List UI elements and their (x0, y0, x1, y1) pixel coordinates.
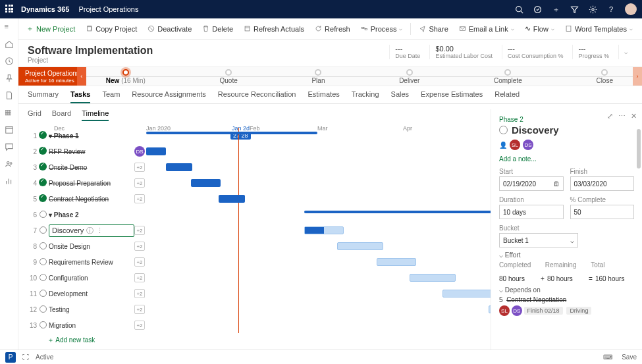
tab-summary[interactable]: Summary (28, 90, 59, 103)
copy-project-button[interactable]: Copy Project (82, 23, 141, 35)
svg-point-7 (10, 163, 12, 165)
view-grid[interactable]: Grid (28, 109, 41, 121)
bpf-bar: Project Operations Active for 16 minutes… (18, 66, 642, 86)
expand-all-icon[interactable]: ⛶ (22, 353, 29, 361)
start-date-input[interactable]: 02/19/2020🗓 (499, 176, 564, 191)
task-icon[interactable] (533, 5, 542, 14)
add-icon[interactable]: ＋ (551, 5, 560, 14)
pin-icon[interactable] (5, 74, 14, 83)
view-timeline[interactable]: Timeline (82, 109, 109, 121)
tab-tracking[interactable]: Tracking (352, 90, 379, 103)
tab-team[interactable]: Team (102, 90, 120, 103)
bpf-back-icon[interactable]: ‹ (77, 67, 86, 86)
bpf-flag[interactable]: Project Operations Active for 16 minutes… (18, 67, 86, 86)
chevron-down-icon: ⌵ (570, 237, 574, 244)
panel-title: Discovery (499, 124, 634, 136)
save-button[interactable]: Save (622, 353, 637, 361)
file-icon[interactable] (5, 91, 14, 100)
task-row[interactable]: 7Discoveryⓘ⋮+2 (28, 222, 491, 238)
stage-complete[interactable]: Complete (494, 69, 522, 84)
task-row[interactable]: 9Requirements Review+2 (28, 254, 491, 270)
app-badge[interactable]: P (5, 352, 16, 363)
task-rows: 1▾ Phase 12RFP ReviewDS3Onsite Demo+24Pr… (28, 128, 491, 333)
tab-estimates[interactable]: Estimates (308, 90, 339, 103)
effort-total-input[interactable]: 160 hours (595, 275, 634, 282)
stage-quote[interactable]: Quote (220, 69, 238, 84)
assignee-list[interactable]: 👤 SL DS (499, 140, 634, 150)
tab-expense-estimates[interactable]: Expense Estimates (421, 90, 483, 103)
site-rail: ≡ ▦ (0, 18, 18, 350)
task-row[interactable]: 12Testing+2 (28, 301, 491, 317)
panel-scrollbar[interactable] (637, 109, 641, 350)
refresh-actuals-button[interactable]: Refresh Actuals (240, 23, 308, 35)
finish-date-input[interactable]: 03/03/2020 (570, 176, 635, 191)
status-bar: P ⛶ Active ⌨ Save (0, 350, 642, 364)
tab-sales[interactable]: Sales (391, 90, 410, 103)
filter-icon[interactable] (570, 5, 579, 14)
close-icon[interactable]: ✕ (631, 112, 637, 120)
tab-tasks[interactable]: Tasks (70, 90, 90, 103)
new-project-button[interactable]: ＋ New Project (22, 22, 79, 36)
svg-rect-11 (361, 27, 363, 28)
search-icon[interactable] (514, 5, 523, 14)
status-active: Active (36, 353, 53, 361)
group-icon[interactable] (5, 159, 14, 169)
help-icon[interactable]: ? (606, 5, 616, 14)
form-tabs: Summary Tasks Team Resource Assignments … (18, 86, 642, 104)
stage-deliver[interactable]: Deliver (399, 69, 419, 84)
flow-button[interactable]: ∿ Flow⌵ (521, 22, 558, 35)
home-icon[interactable] (5, 39, 14, 49)
record-header: Software Implementation Project ---Due D… (18, 39, 642, 66)
svg-rect-8 (88, 27, 92, 31)
tab-resource-reconciliation[interactable]: Resource Reconciliation (218, 90, 296, 103)
task-row[interactable]: 8Onsite Design+2 (28, 238, 491, 254)
add-task-button[interactable]: ＋ Add new task (28, 333, 491, 348)
task-row[interactable]: 3Onsite Demo+2 (28, 159, 491, 175)
stage-close[interactable]: Close (596, 69, 613, 84)
task-row[interactable]: 5Contract Negotiation+2 (28, 191, 491, 207)
duration-input[interactable]: 10 days (499, 205, 564, 219)
expand-icon[interactable]: ⤢ (607, 112, 613, 120)
deactivate-button[interactable]: Deactivate (144, 23, 196, 35)
bucket-select[interactable]: Bucket 1⌵ (499, 233, 578, 247)
command-bar: ＋ New Project Copy Project Deactivate De… (18, 18, 642, 39)
effort-completed-input[interactable]: 80 hours (499, 275, 538, 282)
calendar-icon: 🗓 (553, 180, 560, 188)
effort-remaining-input[interactable]: 80 hours (547, 275, 586, 282)
task-row[interactable]: 11Development+2 (28, 286, 491, 301)
tab-resource-assignments[interactable]: Resource Assignments (132, 90, 206, 103)
email-link-button[interactable]: Email a Link⌵ (455, 23, 518, 35)
chart-icon[interactable] (5, 176, 14, 186)
stage-plan[interactable]: Plan (311, 69, 325, 84)
calendar-icon[interactable] (5, 125, 14, 134)
effort-section: ⌵ Effort (499, 251, 634, 259)
bpf-forward-icon[interactable]: › (633, 67, 642, 86)
save-shortcut-icon[interactable]: ⌨ (603, 353, 612, 361)
share-button[interactable]: Share (415, 23, 452, 35)
task-row[interactable]: 10Configuration+2 (28, 270, 491, 286)
recent-icon[interactable] (5, 57, 14, 66)
stage-new[interactable]: New (16 Min) (106, 69, 146, 84)
percent-complete-input[interactable]: 50 (570, 205, 635, 219)
task-row[interactable]: 1▾ Phase 1 (28, 128, 491, 143)
chat-icon[interactable] (5, 142, 14, 151)
task-row[interactable]: 4Proposal Preparation+2 (28, 175, 491, 191)
settings-icon[interactable] (588, 5, 597, 14)
add-note-link[interactable]: Add a note... (499, 155, 634, 163)
dep-finish-chip: Finish 02/18 (524, 307, 563, 315)
delete-button[interactable]: Delete (198, 23, 237, 35)
word-templates-button[interactable]: Word Templates⌵ (561, 23, 637, 35)
view-board[interactable]: Board (52, 109, 71, 121)
menu-icon[interactable]: ≡ (5, 22, 14, 32)
task-row[interactable]: 2RFP ReviewDS (28, 143, 491, 159)
list-icon[interactable]: ▦ (5, 108, 14, 117)
more-icon[interactable]: ⋯ (618, 112, 626, 120)
app-launcher-icon[interactable] (5, 5, 14, 14)
tab-related[interactable]: Related (495, 90, 520, 103)
task-row[interactable]: 13Migration+2 (28, 317, 491, 333)
process-button[interactable]: Process⌵ (357, 23, 407, 35)
task-row[interactable]: 6▾ Phase 2 (28, 207, 491, 222)
refresh-button[interactable]: Refresh (311, 23, 354, 35)
global-nav: Dynamics 365 Project Operations ＋ ? (0, 0, 642, 18)
user-avatar[interactable] (625, 3, 637, 15)
